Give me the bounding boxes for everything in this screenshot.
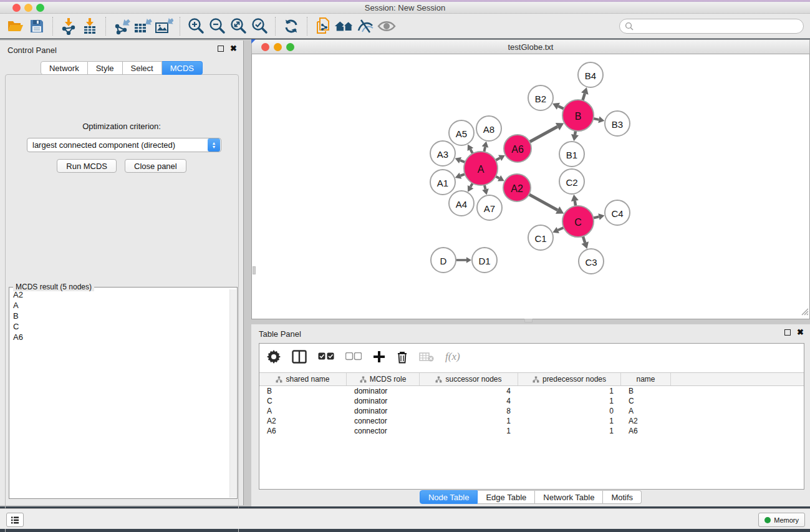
refresh-icon[interactable] [281, 16, 302, 36]
edge-arrowhead-icon [571, 195, 579, 201]
mcds-result-item[interactable]: A2 [10, 289, 229, 300]
table-settings-icon[interactable] [267, 350, 281, 364]
graph-edge[interactable] [582, 94, 584, 100]
graph-edge[interactable] [593, 118, 599, 120]
close-network-button[interactable] [261, 43, 269, 51]
table-row[interactable]: A6connector11A6 [259, 426, 804, 436]
zoom-fit-icon[interactable] [228, 16, 249, 36]
graph-edge[interactable] [583, 236, 585, 243]
graph-edge[interactable] [575, 201, 576, 206]
minimize-network-button[interactable] [274, 43, 282, 51]
show-graphics-details-icon[interactable] [376, 16, 397, 36]
graph-edge[interactable] [485, 185, 486, 189]
delete-row-icon[interactable] [397, 351, 408, 364]
column-header-role[interactable]: MCDS role [347, 373, 420, 385]
memory-button[interactable]: Memory [758, 513, 805, 527]
graph-edge[interactable] [460, 160, 465, 162]
graph-edge[interactable] [558, 106, 564, 109]
tab-network-table[interactable]: Network Table [535, 490, 603, 504]
open-session-icon[interactable] [5, 16, 26, 36]
graph-node-label: A1 [437, 178, 448, 188]
resize-grip-icon[interactable] [801, 307, 809, 318]
table-row[interactable]: Bdominator41B [259, 386, 804, 396]
add-row-icon[interactable] [373, 351, 385, 363]
tab-network[interactable]: Network [41, 61, 88, 75]
column-header-succ[interactable]: successor nodes [420, 373, 518, 385]
export-network-icon[interactable] [111, 16, 132, 36]
hide-graphics-details-icon[interactable] [355, 16, 376, 36]
mcds-result-scrollbar[interactable] [229, 289, 236, 498]
mcds-result-item[interactable]: C [10, 321, 229, 332]
graph-node-label: A6 [511, 144, 524, 155]
task-history-button[interactable] [6, 513, 24, 527]
close-window-button[interactable] [12, 4, 21, 12]
clear-all-checkboxes-icon[interactable] [345, 352, 362, 361]
close-panel-button[interactable]: Close panel [125, 159, 186, 173]
table-toolbar: f(x) [259, 344, 804, 370]
close-panel-icon[interactable]: ✖ [230, 46, 237, 52]
export-image-icon[interactable] [153, 16, 175, 36]
cell-succ: 4 [420, 387, 518, 395]
graph-node-label: A3 [437, 149, 448, 160]
column-header-shared[interactable]: shared name [259, 373, 347, 385]
mcds-result-item[interactable]: A6 [10, 332, 229, 342]
tab-style[interactable]: Style [88, 61, 123, 75]
mcds-result-item[interactable]: B [10, 311, 229, 321]
cell-shared: A6 [259, 427, 347, 435]
column-label: successor nodes [445, 375, 501, 384]
table-row[interactable]: Adominator80A [259, 406, 804, 416]
mcds-result-item[interactable]: A [10, 300, 229, 311]
graph-edge[interactable] [460, 174, 465, 176]
table-row[interactable]: Cdominator41C [259, 396, 804, 406]
graph-node-label: C [574, 217, 582, 228]
zoom-window-button[interactable] [36, 4, 44, 12]
zoom-out-icon[interactable] [206, 16, 228, 36]
column-header-pred[interactable]: predecessor nodes [518, 373, 621, 385]
zoom-network-button[interactable] [286, 43, 294, 51]
toolbar-separator [180, 17, 180, 36]
criterion-dropdown[interactable]: largest connected component (directed) ▲… [27, 138, 221, 152]
import-network-icon[interactable] [58, 16, 79, 36]
tab-mcds[interactable]: MCDS [162, 61, 203, 75]
graph-edge[interactable] [529, 127, 557, 142]
new-network-from-file-icon[interactable] [312, 16, 334, 36]
graph-node-label: C1 [534, 233, 546, 244]
search-input[interactable] [634, 20, 803, 32]
graph-edge[interactable] [470, 150, 473, 154]
graph-edge[interactable] [484, 147, 485, 152]
memory-label: Memory [774, 516, 799, 524]
graph-edge[interactable] [471, 183, 473, 187]
network-hscroll-thumb[interactable] [524, 319, 533, 322]
tab-select[interactable]: Select [123, 61, 162, 75]
table-panel-title: Table Panel [259, 329, 301, 339]
float-table-panel-icon[interactable] [784, 329, 791, 336]
graph-node-label: B3 [612, 119, 623, 130]
select-all-checkboxes-icon[interactable] [318, 352, 334, 361]
column-header-name[interactable]: name [621, 373, 671, 385]
table-row[interactable]: A2connector11A2 [259, 416, 804, 426]
mcds-result-list[interactable]: A2ABCA6 [10, 289, 229, 498]
home-icon[interactable] [334, 16, 355, 36]
export-table-icon[interactable] [132, 16, 153, 36]
tab-node-table[interactable]: Node Table [420, 490, 478, 504]
run-mcds-button[interactable]: Run MCDS [57, 159, 117, 173]
save-session-icon[interactable] [26, 16, 47, 36]
tab-motifs[interactable]: Motifs [603, 490, 642, 504]
graph-edge[interactable] [496, 158, 500, 160]
minimize-window-button[interactable] [24, 4, 32, 12]
table-header-row: shared nameMCDS rolesuccessor nodesprede… [259, 373, 804, 386]
zoom-selected-icon[interactable] [249, 16, 270, 36]
search-box[interactable] [619, 19, 804, 34]
graph-edge[interactable] [593, 217, 599, 218]
zoom-in-icon[interactable] [185, 16, 206, 36]
network-canvas[interactable]: AA6A2BCA5A8A3A1A4A7B2B4B3B1C2C4C1C3DD1 [251, 54, 810, 319]
node-table: shared nameMCDS rolesuccessor nodesprede… [259, 372, 804, 489]
network-vscroll-thumb[interactable] [253, 266, 256, 274]
tab-edge-table[interactable]: Edge Table [478, 490, 535, 504]
import-table-icon[interactable] [79, 16, 100, 36]
graph-edge[interactable] [558, 228, 564, 230]
close-table-panel-icon[interactable]: ✖ [797, 329, 804, 336]
graph-edge[interactable] [529, 195, 557, 210]
float-panel-icon[interactable] [218, 46, 224, 52]
show-columns-icon[interactable] [292, 350, 307, 364]
